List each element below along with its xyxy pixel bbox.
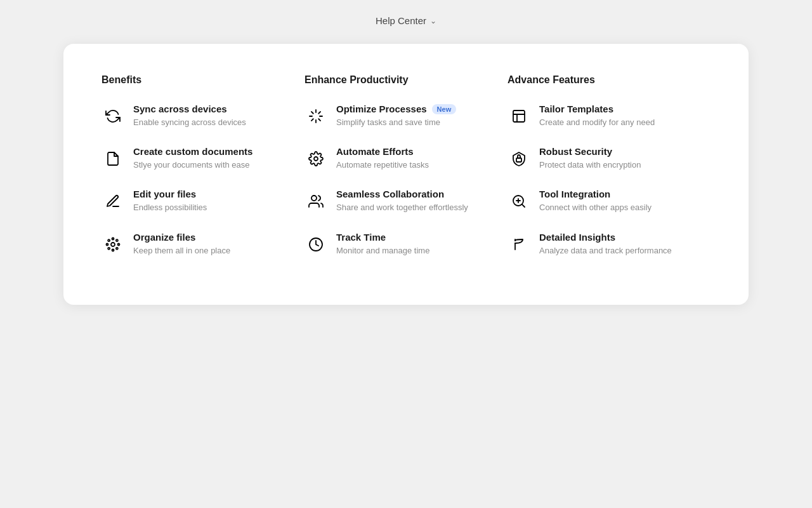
list-item: Detailed Insights Analyze data and track…: [508, 232, 710, 257]
list-item: Create custom documents Stlye your docum…: [102, 146, 279, 171]
feature-text: Organize files Keep them all in one plac…: [133, 232, 230, 257]
feature-text: Tool Integration Connect with other apps…: [539, 189, 652, 213]
feature-name: Detailed Insights: [539, 232, 615, 243]
feature-name: Robust Security: [539, 146, 612, 157]
list-item: Seamless Collaboration Share and work to…: [304, 189, 482, 213]
enhance-productivity-title: Enhance Productivity: [304, 74, 482, 86]
feature-name-row: Edit your files: [133, 189, 207, 199]
enhance-productivity-column: Enhance Productivity Optimize Processes …: [304, 74, 508, 274]
help-center-button[interactable]: Help Center ⌄: [376, 15, 436, 26]
feature-desc: Analyze data and track performance: [539, 245, 672, 257]
list-item: Organize files Keep them all in one plac…: [102, 232, 279, 257]
feature-desc: Stlye your documents with ease: [133, 159, 252, 171]
feature-text: Create custom documents Stlye your docum…: [133, 146, 252, 171]
list-item: Tailor Templates Create and modify for a…: [508, 104, 710, 128]
feature-name-row: Automate Efforts: [336, 146, 429, 157]
feature-desc: Share and work together effortlessly: [336, 202, 468, 213]
list-item: Tool Integration Connect with other apps…: [508, 189, 710, 213]
feature-desc: Automate repetitive tasks: [336, 159, 429, 171]
feature-name-row: Detailed Insights: [539, 232, 672, 243]
feature-text: Tailor Templates Create and modify for a…: [539, 104, 655, 128]
columns-wrapper: Benefits Sync across devices Enable sync…: [102, 74, 710, 274]
benefits-column: Benefits Sync across devices Enable sync…: [102, 74, 304, 274]
feature-text: Track Time Monitor and manage time: [336, 232, 429, 257]
edit-icon: [102, 190, 124, 213]
feature-name-row: Organize files: [133, 232, 230, 243]
feature-name: Seamless Collaboration: [336, 189, 444, 199]
optimize-icon: [304, 105, 327, 128]
feature-text: Seamless Collaboration Share and work to…: [336, 189, 468, 213]
feature-name-row: Tool Integration: [539, 189, 652, 199]
benefits-title: Benefits: [102, 74, 279, 86]
feature-text: Detailed Insights Analyze data and track…: [539, 232, 672, 257]
feature-desc: Connect with other apps easily: [539, 202, 652, 213]
help-center-label: Help Center: [376, 15, 426, 26]
feature-name: Sync across devices: [133, 104, 227, 114]
time-icon: [304, 233, 327, 256]
main-card: Benefits Sync across devices Enable sync…: [63, 44, 749, 305]
chevron-down-icon: ⌄: [430, 17, 436, 25]
feature-name: Edit your files: [133, 189, 196, 199]
feature-desc: Protect data with encryption: [539, 159, 641, 171]
list-item: Sync across devices Enable syncing acros…: [102, 104, 279, 128]
feature-name-row: Seamless Collaboration: [336, 189, 468, 199]
security-icon: [508, 147, 530, 170]
list-item: Optimize Processes New Simplify tasks an…: [304, 104, 482, 128]
feature-name-row: Tailor Templates: [539, 104, 655, 114]
automate-icon: [304, 147, 327, 170]
feature-desc: Create and modify for any need: [539, 117, 655, 128]
insights-icon: [508, 233, 530, 256]
templates-icon: [508, 105, 530, 128]
advance-features-title: Advance Features: [508, 74, 710, 86]
feature-name: Create custom documents: [133, 146, 252, 157]
list-item: Robust Security Protect data with encryp…: [508, 146, 710, 171]
list-item: Track Time Monitor and manage time: [304, 232, 482, 257]
advance-features-column: Advance Features Tailor Templates Create…: [508, 74, 710, 274]
feature-text: Automate Efforts Automate repetitive tas…: [336, 146, 429, 171]
list-item: Automate Efforts Automate repetitive tas…: [304, 146, 482, 171]
feature-desc: Enable syncing across devices: [133, 117, 246, 128]
feature-text: Optimize Processes New Simplify tasks an…: [336, 104, 456, 128]
feature-name: Tailor Templates: [539, 104, 613, 114]
feature-name: Tool Integration: [539, 189, 610, 199]
feature-name-row: Optimize Processes New: [336, 104, 456, 114]
organize-icon: [102, 233, 124, 256]
feature-name-row: Create custom documents: [133, 146, 252, 157]
feature-name-row: Track Time: [336, 232, 429, 243]
integration-icon: [508, 190, 530, 213]
top-nav: Help Center ⌄: [0, 0, 812, 41]
feature-name-row: Sync across devices: [133, 104, 246, 114]
feature-text: Robust Security Protect data with encryp…: [539, 146, 641, 171]
feature-text: Edit your files Endless possibilities: [133, 189, 207, 213]
feature-desc: Endless possibilities: [133, 202, 207, 213]
sync-icon: [102, 105, 124, 128]
collaboration-icon: [304, 190, 327, 213]
feature-name: Track Time: [336, 232, 386, 243]
document-icon: [102, 147, 124, 170]
feature-name-row: Robust Security: [539, 146, 641, 157]
feature-text: Sync across devices Enable syncing acros…: [133, 104, 246, 128]
list-item: Edit your files Endless possibilities: [102, 189, 279, 213]
feature-desc: Keep them all in one place: [133, 245, 230, 257]
feature-name: Automate Efforts: [336, 146, 414, 157]
new-badge: New: [432, 104, 457, 114]
feature-name: Organize files: [133, 232, 195, 243]
feature-desc: Monitor and manage time: [336, 245, 429, 257]
feature-desc: Simplify tasks and save time: [336, 117, 456, 128]
feature-name: Optimize Processes: [336, 104, 427, 114]
